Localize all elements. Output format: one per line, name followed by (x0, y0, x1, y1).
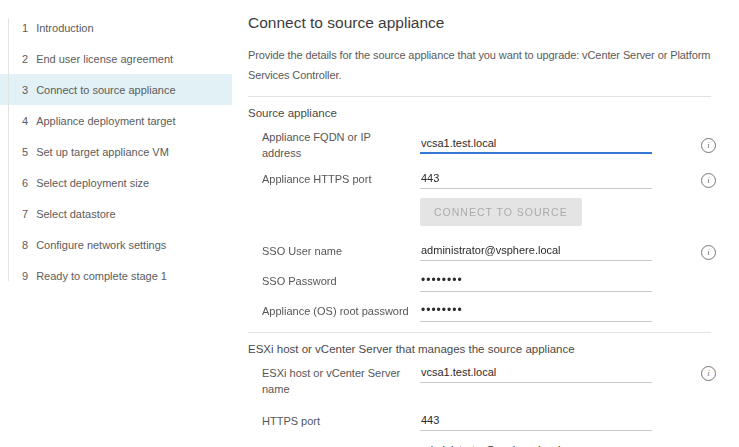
page-title: Connect to source appliance (248, 14, 711, 32)
sidebar-step-target-vm[interactable]: 5 Set up target appliance VM (0, 136, 232, 167)
sso-user-label: SSO User name (262, 241, 420, 260)
info-icon[interactable]: i (701, 245, 716, 260)
esxi-host-label: ESXi host or vCenter Server name (262, 363, 420, 398)
step-number: 1 (22, 22, 28, 34)
info-icon[interactable]: i (701, 138, 716, 153)
info-glyph: i (707, 369, 710, 378)
step-number: 3 (22, 84, 28, 96)
esxi-user-label: User name (262, 441, 420, 447)
https-port-label: Appliance HTTPS port (262, 169, 420, 188)
sidebar-step-network[interactable]: 8 Configure network settings (0, 229, 232, 260)
source-appliance-form: Appliance FQDN or IP address i Appliance… (262, 127, 711, 324)
step-label: End user license agreement (36, 53, 173, 65)
root-password-row: Appliance (OS) root password (262, 298, 711, 324)
info-icon[interactable]: i (701, 366, 716, 381)
esxi-https-port-field (420, 411, 652, 431)
esxi-user-field (420, 441, 652, 447)
sidebar-step-deployment-size[interactable]: 6 Select deployment size (0, 167, 232, 198)
spacer (262, 211, 420, 213)
sso-password-row: SSO Password (262, 268, 711, 294)
step-label: Ready to complete stage 1 (36, 270, 167, 282)
step-label: Select deployment size (36, 177, 149, 189)
fqdn-field (420, 134, 652, 154)
sso-user-field (420, 241, 652, 261)
section-divider (248, 332, 711, 333)
sso-password-label: SSO Password (262, 271, 420, 290)
sidebar-step-connect-source[interactable]: 3 Connect to source appliance (0, 74, 232, 105)
step-number: 8 (22, 239, 28, 251)
esxi-section-heading: ESXi host or vCenter Server that manages… (248, 343, 711, 355)
sso-user-input[interactable] (420, 241, 652, 261)
sidebar-step-eula[interactable]: 2 End user license agreement (0, 43, 232, 74)
step-number: 2 (22, 53, 28, 65)
step-label: Configure network settings (36, 239, 166, 251)
step-label: Introduction (36, 22, 93, 34)
sso-password-field (420, 270, 652, 292)
fqdn-input[interactable] (420, 134, 652, 154)
info-glyph: i (707, 141, 710, 150)
section-divider (248, 96, 711, 97)
wizard-sidebar: 1 Introduction 2 End user license agreem… (0, 0, 232, 447)
esxi-https-port-input[interactable] (420, 411, 652, 431)
connect-to-source-button[interactable]: CONNECT TO SOURCE (420, 198, 582, 226)
esxi-host-input[interactable] (420, 363, 652, 383)
esxi-https-port-row: HTTPS port (262, 408, 711, 434)
step-number: 5 (22, 146, 28, 158)
root-password-field (420, 300, 652, 322)
connect-button-row: CONNECT TO SOURCE (262, 198, 711, 226)
https-port-field (420, 169, 652, 189)
info-icon[interactable]: i (701, 173, 716, 188)
page-description: Provide the details for the source appli… (248, 46, 711, 86)
esxi-host-row: ESXi host or vCenter Server name i (262, 363, 711, 398)
esxi-https-port-label: HTTPS port (262, 411, 420, 430)
esxi-host-field (420, 363, 652, 383)
step-label: Set up target appliance VM (36, 146, 169, 158)
step-number: 4 (22, 115, 28, 127)
sso-password-input[interactable] (420, 270, 652, 292)
fqdn-row: Appliance FQDN or IP address i (262, 127, 711, 162)
sidebar-step-introduction[interactable]: 1 Introduction (0, 12, 232, 43)
sidebar-step-deployment-target[interactable]: 4 Appliance deployment target (0, 105, 232, 136)
step-label: Appliance deployment target (36, 115, 175, 127)
sidebar-step-datastore[interactable]: 7 Select datastore (0, 198, 232, 229)
https-port-row: Appliance HTTPS port i (262, 166, 711, 192)
source-appliance-heading: Source appliance (248, 107, 711, 119)
https-port-input[interactable] (420, 169, 652, 189)
step-number: 6 (22, 177, 28, 189)
wizard-content: Connect to source appliance Provide the … (232, 0, 739, 447)
esxi-user-row: User name (262, 438, 711, 447)
info-glyph: i (707, 176, 710, 185)
step-label: Select datastore (36, 208, 116, 220)
sidebar-step-ready[interactable]: 9 Ready to complete stage 1 (0, 260, 232, 291)
wizard-step-list: 1 Introduction 2 End user license agreem… (0, 12, 232, 291)
root-password-input[interactable] (420, 300, 652, 322)
esxi-user-input[interactable] (420, 441, 652, 447)
step-number: 9 (22, 270, 28, 282)
info-glyph: i (707, 248, 710, 257)
root-password-label: Appliance (OS) root password (262, 301, 420, 320)
step-label: Connect to source appliance (36, 84, 175, 96)
esxi-form: ESXi host or vCenter Server name i HTTPS… (262, 363, 711, 447)
fqdn-label: Appliance FQDN or IP address (262, 127, 420, 162)
step-number: 7 (22, 208, 28, 220)
sso-user-row: SSO User name i (262, 238, 711, 264)
